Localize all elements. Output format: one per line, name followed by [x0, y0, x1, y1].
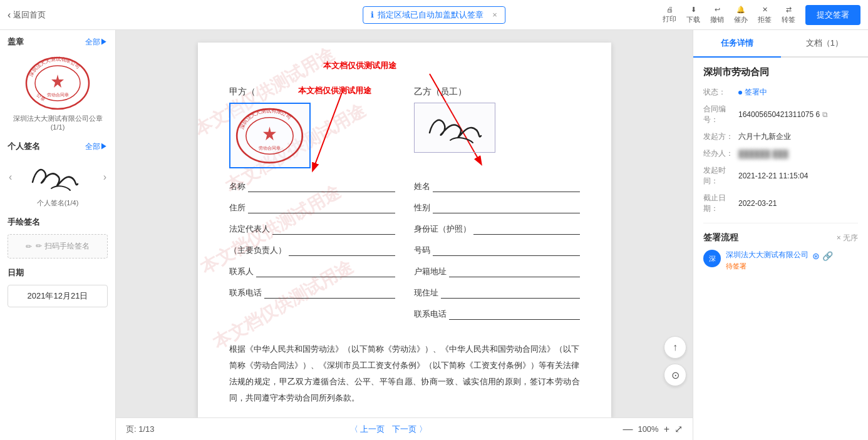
download-button[interactable]: ⬇ 下载: [686, 6, 700, 24]
transfer-label: 转签: [782, 15, 795, 24]
back-button[interactable]: ‹ 返回首页: [8, 9, 46, 21]
field-contact-a-line: [256, 265, 395, 277]
svg-text:深圳法大大测试有限公司: 深圳法大大测试有限公司: [238, 107, 292, 130]
handwrite-section-header: 手绘签名: [0, 210, 115, 232]
print-icon: 🖨: [666, 6, 673, 13]
back-arrow-icon: ‹: [8, 9, 11, 21]
status-badge: 签署中: [738, 87, 767, 98]
reject-label: 拒签: [758, 15, 772, 24]
reject-button[interactable]: ✕ 拒签: [758, 6, 772, 24]
stamp-item[interactable]: 深圳法大大测试有限公司 劳动合同章 公章 深圳法大大测试有限公司公章(1/1): [0, 51, 115, 135]
sender-label: 发起方：: [703, 131, 738, 142]
field-main-person-line: [289, 243, 395, 256]
flow-fingerprint-icon[interactable]: ⊛: [812, 251, 820, 261]
personal-signature-svg: [26, 160, 89, 195]
company-stamp-in-doc: 深圳法大大测试有限公司 劳动合同章: [235, 107, 304, 165]
info-row-handler: 经办人： ██████ ███: [703, 148, 858, 159]
prev-page-button[interactable]: 〈 上一页: [350, 424, 385, 435]
handwrite-section: ✏ ✏ 扫码手绘签名: [0, 232, 115, 261]
field-address-a: 住所: [229, 201, 395, 213]
svg-text:公章: 公章: [36, 92, 47, 102]
field-name-a-line: [248, 180, 395, 192]
scroll-up-button[interactable]: ↑: [664, 336, 686, 359]
status-label: 状态：: [703, 87, 738, 98]
status-dot: [738, 91, 742, 95]
field-current-addr: 现住址: [414, 286, 580, 299]
sig-image: [13, 158, 101, 196]
svg-marker-12: [263, 126, 276, 140]
tab-document[interactable]: 文档（1）: [781, 30, 869, 56]
contract-title: 深圳市劳动合同: [703, 66, 858, 78]
personal-sig-all-button[interactable]: 全部▶: [85, 141, 108, 152]
flow-title: 签署流程: [703, 232, 738, 243]
party-a: 甲方（ 深圳法大大测试有限公司: [229, 86, 395, 173]
divider: [703, 223, 858, 223]
notification-text: 指定区域已自动加盖默认签章: [378, 9, 483, 21]
stamp-image: 深圳法大大测试有限公司 劳动合同章 公章: [23, 55, 92, 111]
notification-close-button[interactable]: ×: [492, 10, 497, 19]
sig-prev-button[interactable]: ‹: [8, 170, 13, 184]
field-name-b-label: 姓名: [414, 181, 430, 192]
flow-link-icon[interactable]: 🔗: [822, 251, 833, 261]
right-panel: 任务详情 文档（1） 深圳市劳动合同 状态： 签署中 合同编号： 1640056…: [693, 30, 868, 440]
tab-task-details[interactable]: 任务详情: [693, 30, 781, 56]
annotation-text-1: 本文档仅供测试用途: [323, 60, 396, 71]
field-phone-a-line: [264, 286, 395, 299]
zoom-in-button[interactable]: +: [664, 424, 669, 435]
stamp-all-button[interactable]: 全部▶: [85, 37, 108, 48]
handwrite-button[interactable]: ✏ ✏ 扫码手绘签名: [8, 234, 108, 258]
personal-sig-area: ‹ › 个人签名(1/4): [0, 156, 115, 210]
toolbar: ‹ 返回首页 ℹ 指定区域已自动加盖默认签章 × 🖨 打印 ⬇ 下载 ↩ 撤销 …: [0, 0, 868, 30]
sig-carousel: ‹ ›: [8, 158, 108, 196]
revoke-button[interactable]: ↩ 撤销: [710, 6, 724, 24]
main-layout: 盖章 全部▶ 深圳法大大测试有限公司: [0, 30, 868, 440]
remind-button[interactable]: 🔔 催办: [734, 6, 748, 24]
flow-section-header: 签署流程 × 无序: [703, 232, 858, 243]
field-id-card-label: 身份证（护照）: [414, 223, 471, 235]
sig-next-button[interactable]: ›: [102, 170, 108, 184]
field-household-line: [449, 265, 580, 277]
flow-company-name: 深圳法大大测试有限公司: [726, 250, 809, 260]
company-stamp-box[interactable]: 深圳法大大测试有限公司 劳动合同章: [229, 103, 311, 168]
print-label: 打印: [663, 14, 676, 24]
doc-area: 本文档仅供测试用途 本文档仅供测试用途 本文档仅供测试用途 本文档仅供测试用途 …: [116, 30, 693, 440]
pencil-icon: ✏: [26, 242, 32, 251]
right-tabs: 任务详情 文档（1）: [693, 30, 868, 58]
field-legal-rep-line: [272, 222, 395, 235]
stamp-section-label: 盖章: [8, 36, 24, 48]
field-id-number-label: 号码: [414, 245, 430, 256]
info-icon: ℹ: [371, 10, 374, 19]
flow-none-label: × 无序: [837, 233, 858, 243]
flow-name-row: 深圳法大大测试有限公司 ⊛ 🔗: [726, 250, 858, 262]
field-id-card-line: [473, 222, 580, 235]
copy-contract-no-button[interactable]: ⧉: [822, 110, 828, 119]
scroll-compass-button[interactable]: ⊙: [664, 364, 686, 386]
date-value: 2021年12月21日: [8, 285, 108, 307]
doc-scroll[interactable]: 本文档仅供测试用途 本文档仅供测试用途 本文档仅供测试用途 本文档仅供测试用途 …: [116, 30, 693, 417]
doc-page: 本文档仅供测试用途 本文档仅供测试用途 本文档仅供测试用途 本文档仅供测试用途 …: [198, 43, 611, 417]
page-info: 页: 1/13: [126, 424, 155, 435]
flow-item: 深 深圳法大大测试有限公司 ⊛ 🔗 待签署: [703, 250, 858, 271]
transfer-button[interactable]: ⇄ 转签: [782, 6, 795, 24]
fullscreen-button[interactable]: ⤢: [674, 423, 683, 435]
stamp-label: 深圳法大大测试有限公司公章(1/1): [8, 114, 108, 131]
field-name-a: 名称: [229, 180, 395, 192]
zoom-out-button[interactable]: —: [623, 424, 633, 435]
print-button[interactable]: 🖨 打印: [663, 6, 676, 24]
date-label: 日期: [8, 267, 24, 279]
party-b: 乙方（员工）: [414, 86, 580, 173]
zoom-controls: — 100% + ⤢: [623, 423, 683, 435]
field-address-a-line: [248, 201, 395, 213]
company-stamp-svg: 深圳法大大测试有限公司 劳动合同章 公章: [25, 56, 91, 111]
submit-button[interactable]: 提交签署: [805, 5, 860, 25]
send-time-value: 2021-12-21 11:15:04: [738, 165, 858, 187]
info-row-deadline: 截止日期： 2022-03-21: [703, 193, 858, 214]
employee-sig-box[interactable]: [414, 103, 495, 153]
toolbar-left: ‹ 返回首页: [8, 9, 658, 21]
handwrite-label: 手绘签名: [8, 217, 40, 228]
status-value: 签署中: [738, 87, 858, 98]
next-page-button[interactable]: 下一页 〉: [392, 424, 427, 435]
contract-no-value: 164005650421311075 6 ⧉: [738, 104, 858, 125]
form-right: 姓名 性别 身份证（护照） 号码: [414, 180, 580, 329]
field-phone-b-label: 联系电话: [414, 309, 447, 320]
